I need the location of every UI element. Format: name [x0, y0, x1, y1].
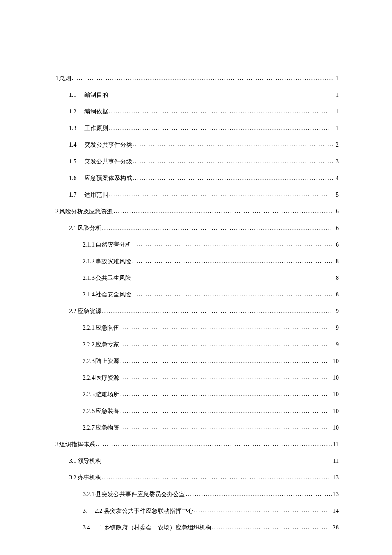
- toc-entry: 2.2.6应急装备10: [55, 407, 339, 415]
- toc-title: 总则: [59, 75, 71, 82]
- toc-entry: 2.2.1应急队伍9: [55, 324, 339, 332]
- toc-number: 1.5: [69, 158, 77, 165]
- toc-page-number: 10: [333, 424, 339, 431]
- toc-page-number: 1: [334, 92, 339, 99]
- toc-label: 2.2.6应急装备: [83, 407, 119, 415]
- toc-leader-dots: [102, 224, 333, 231]
- toc-number: 3.4: [83, 524, 90, 531]
- toc-entry: 1总则1: [55, 75, 339, 82]
- toc-title: 自然灾害分析: [95, 241, 131, 249]
- toc-title: 办事机构: [78, 474, 101, 482]
- toc-leader-dots: [132, 258, 333, 264]
- toc-entry: 1.1编制目的1: [55, 91, 339, 99]
- toc-entry: 1.6应急预案体系构成4: [55, 174, 339, 182]
- toc-page-number: 10: [333, 391, 339, 398]
- toc-number: 2.1.4: [83, 291, 95, 298]
- toc-title: 应急队伍: [95, 324, 119, 332]
- toc-title: 应急预案体系构成: [84, 174, 132, 182]
- toc-number: 1.1: [69, 92, 77, 99]
- toc-page-number: 9: [334, 308, 339, 315]
- toc-page-number: 14: [333, 508, 339, 514]
- toc-leader-dots: [120, 324, 333, 331]
- toc-number: 2.2.7: [83, 424, 95, 431]
- toc-entry: 2.2.2应急专家9: [55, 341, 339, 349]
- table-of-contents: 1总则11.1编制目的11.2编制依据11.3工作原则11.4突发公共事件分类2…: [55, 75, 339, 532]
- toc-page-number: 28: [333, 524, 339, 531]
- toc-entry: 2.2.3陆上资源10: [55, 357, 339, 365]
- toc-entry: 2.2应急资源9: [55, 308, 339, 315]
- toc-title: 避难场所: [95, 391, 119, 398]
- toc-title: .1 乡镇政府（村委会、农场）应急组织机构: [98, 524, 211, 532]
- toc-number: 3.2.1: [83, 491, 95, 498]
- toc-leader-dots: [120, 407, 332, 414]
- toc-title: 事故灾难风险: [95, 258, 131, 265]
- toc-entry: 2.1.3公共卫生风险8: [55, 274, 339, 282]
- toc-title: 2.2 县突发公共事件应急联动指挥中心: [95, 507, 193, 515]
- toc-leader-dots: [114, 208, 333, 215]
- toc-page-number: 8: [334, 275, 339, 282]
- toc-leader-dots: [133, 174, 333, 181]
- toc-label: 2.1风险分析: [69, 224, 101, 232]
- toc-entry: 2.2.7应急物资10: [55, 424, 339, 432]
- toc-leader-dots: [102, 308, 333, 314]
- toc-page-number: 9: [334, 325, 339, 331]
- toc-number: 2.2.6: [83, 408, 95, 415]
- toc-number: 3: [55, 441, 58, 448]
- toc-number: 2.1.1: [83, 241, 95, 248]
- toc-page-number: 6: [334, 208, 339, 215]
- toc-leader-dots: [120, 391, 332, 398]
- toc-page-number: 10: [333, 408, 339, 415]
- toc-page-number: 1: [334, 108, 339, 115]
- toc-leader-dots: [120, 357, 332, 364]
- toc-number: 2.1.3: [83, 275, 95, 282]
- toc-leader-dots: [133, 141, 333, 148]
- toc-label: 2.2应急资源: [69, 308, 101, 315]
- toc-title: 突发公共事件分级: [84, 158, 132, 166]
- toc-label: 1总则: [55, 75, 71, 82]
- toc-label: 2.2.5避难场所: [83, 391, 119, 398]
- toc-leader-dots: [102, 474, 332, 481]
- toc-page-number: 10: [333, 358, 339, 365]
- toc-entry: 1.2编制依据1: [55, 108, 339, 116]
- toc-page-number: 11: [333, 458, 339, 465]
- toc-page-number: 11: [333, 441, 339, 448]
- toc-page-number: 6: [334, 241, 339, 248]
- toc-number: 1.4: [69, 142, 77, 148]
- toc-title: 应急专家: [95, 341, 119, 349]
- toc-title: 编制目的: [84, 91, 108, 99]
- toc-leader-dots: [120, 424, 332, 431]
- toc-label: 3.2办事机构: [69, 474, 101, 482]
- toc-number: 1.3: [69, 125, 77, 132]
- toc-title: 风险分析: [78, 224, 101, 232]
- toc-number: 2.1.2: [83, 258, 95, 265]
- toc-entry: 2.1.1自然灾害分析6: [55, 241, 339, 249]
- toc-number: 2.2.4: [83, 375, 95, 381]
- toc-title: 编制依据: [84, 108, 108, 116]
- toc-entry: 3.2.2 县突发公共事件应急联动指挥中心14: [55, 507, 339, 515]
- toc-leader-dots: [109, 91, 333, 98]
- toc-label: 1.4突发公共事件分类: [69, 141, 132, 149]
- toc-entry: 2风险分析及应急资源6: [55, 208, 339, 215]
- toc-entry: 2.2.5避难场所10: [55, 391, 339, 398]
- toc-number: 3.: [83, 508, 87, 514]
- toc-label: 1.6应急预案体系构成: [69, 174, 132, 182]
- toc-title: 医疗资源: [95, 374, 119, 382]
- toc-title: 应急物资: [95, 424, 119, 432]
- toc-label: 2.1.1自然灾害分析: [83, 241, 131, 249]
- toc-label: 2风险分析及应急资源: [55, 208, 113, 215]
- toc-title: 适用范围: [84, 191, 108, 199]
- toc-number: 1.7: [69, 192, 77, 198]
- toc-entry: 3.4.1 乡镇政府（村委会、农场）应急组织机构28: [55, 524, 339, 532]
- toc-number: 1.2: [69, 108, 77, 115]
- toc-page-number: 5: [334, 192, 339, 198]
- toc-title: 领导机构: [78, 457, 101, 465]
- toc-title: 工作原则: [84, 125, 108, 132]
- toc-label: 2.1.4社会安全风险: [83, 291, 131, 299]
- toc-leader-dots: [194, 507, 332, 514]
- toc-title: 突发公共事件分类: [84, 141, 132, 149]
- toc-entry: 2.2.4医疗资源10: [55, 374, 339, 382]
- toc-label: 1.5突发公共事件分级: [69, 158, 132, 166]
- toc-page-number: 10: [333, 375, 339, 381]
- toc-title: 风险分析及应急资源: [59, 208, 113, 215]
- toc-page-number: 1: [334, 75, 339, 82]
